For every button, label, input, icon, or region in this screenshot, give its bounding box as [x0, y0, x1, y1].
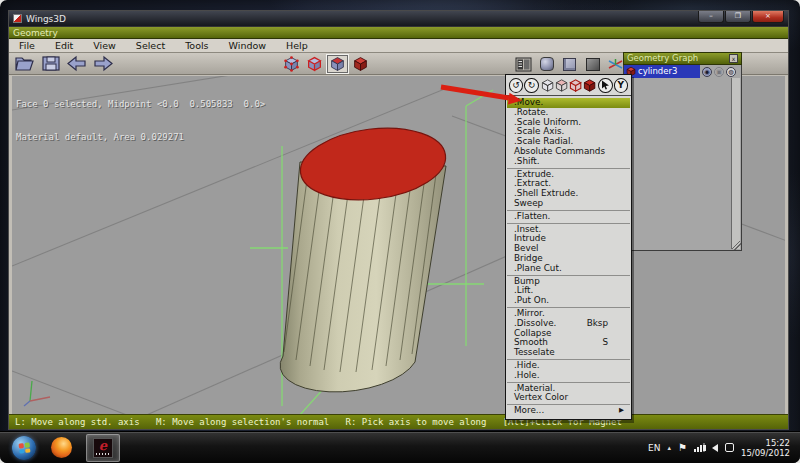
undo-icon[interactable]: [65, 54, 89, 73]
object-name-cell[interactable]: cylinder3: [624, 65, 700, 78]
menu-item-hole[interactable]: .Hole.: [507, 371, 630, 381]
windows-logo-icon: [18, 442, 30, 453]
menu-item-label: Tesselate: [514, 348, 555, 358]
menu-item-hotkey: Bksp: [587, 319, 608, 329]
menu-item-label: More...: [514, 406, 544, 416]
edge-mode-icon[interactable]: [304, 55, 325, 73]
to-edge-icon[interactable]: [555, 78, 568, 93]
cylinder-object[interactable]: [280, 120, 450, 392]
repeat-drag-icon[interactable]: ↻: [524, 78, 538, 93]
app-icon: [13, 14, 22, 23]
menu-item-hotkey: S: [602, 338, 608, 348]
firefox-taskbar-button[interactable]: [44, 434, 78, 462]
menu-select[interactable]: Select: [126, 39, 175, 52]
view-toggle-group: [513, 55, 626, 73]
desktop: Wings3D – ❐ × Geometry FileEditViewSelec…: [0, 0, 800, 463]
wireframe-cube-icon[interactable]: [559, 55, 580, 73]
geometry-graph-row[interactable]: cylinder3 ◉ ▣ ◍: [624, 65, 741, 78]
selection-mode-group: [281, 55, 371, 73]
object-toggles: ◉ ▣ ◍: [702, 67, 736, 77]
menu-file[interactable]: File: [9, 39, 45, 52]
geometry-graph-body: cylinder3 ◉ ▣ ◍: [623, 65, 742, 251]
ground-plane-icon[interactable]: [582, 55, 603, 73]
menu-item-sweep[interactable]: Sweep: [507, 199, 630, 209]
menu-item-tesselate[interactable]: Tesselate: [507, 348, 630, 358]
statusbar-hints: L: Move along std. axis M: Move along se…: [9, 414, 788, 429]
maximize-button[interactable]: ❐: [725, 11, 751, 23]
magnet-icon[interactable]: Y: [614, 78, 628, 93]
language-indicator[interactable]: EN: [648, 443, 660, 453]
menu-item-shift[interactable]: .Shift.: [507, 157, 630, 167]
selection-info-line1: Face 0 selected, Midpoint <0.0 0.505833 …: [16, 99, 265, 110]
context-menu-section: .Flatten.: [507, 211, 630, 224]
windows-taskbar: e EN ▴ ⚑ 15:22 15/09/2012: [0, 431, 800, 463]
window-controls: – ❐ ×: [697, 11, 784, 23]
power-icon[interactable]: [725, 443, 734, 452]
vertex-mode-icon[interactable]: [281, 55, 302, 73]
menu-tools[interactable]: Tools: [175, 39, 218, 52]
menu-item-vertex-color[interactable]: Vertex Color: [507, 393, 630, 403]
geometry-graph-scrollbar[interactable]: [731, 78, 740, 249]
menu-view[interactable]: View: [83, 39, 126, 52]
context-menu-header: ↺ ↻ Y: [506, 75, 631, 96]
clock[interactable]: 15:22 15/09/2012: [741, 438, 790, 458]
window-titlebar[interactable]: Wings3D – ❐ ×: [9, 11, 788, 26]
context-menu-section: Bump.Lift..Put On.: [507, 276, 630, 308]
minimize-button[interactable]: –: [698, 11, 724, 23]
lock-icon[interactable]: ▣: [714, 67, 724, 77]
menu-help[interactable]: Help: [276, 39, 318, 52]
geometry-graph-titlebar[interactable]: Geometry Graph x: [623, 52, 742, 65]
eye-icon[interactable]: ◉: [702, 67, 712, 77]
volume-icon[interactable]: [712, 444, 718, 452]
repeat-icon[interactable]: ↺: [509, 78, 523, 93]
menu-item-plane-cut[interactable]: .Plane Cut.: [507, 264, 630, 274]
axes-indicator: [24, 381, 50, 406]
menubar: FileEditViewSelectToolsWindowHelp: [9, 39, 788, 53]
hidden-icons-icon[interactable]: ▴: [668, 444, 672, 452]
wireframe-toggle-icon[interactable]: ◍: [726, 67, 736, 77]
context-menu-section: .Move..Rotate..Scale Uniform..Scale Axis…: [507, 97, 630, 169]
menu-item-label: .Hole.: [514, 371, 539, 381]
menu-item-put-on[interactable]: .Put On.: [507, 296, 630, 306]
context-menu-section: .Material.Vertex Color: [507, 383, 630, 406]
view-windows-icon[interactable]: [513, 55, 534, 73]
menu-item-label: .Flatten.: [514, 212, 550, 222]
menu-item-label: Sweep: [514, 199, 543, 209]
select-tool-icon[interactable]: [598, 78, 612, 93]
menu-window[interactable]: Window: [219, 39, 276, 52]
clock-time: 15:22: [741, 438, 790, 448]
system-tray: EN ▴ ⚑ 15:22 15/09/2012: [648, 438, 800, 458]
clock-date: 15/09/2012: [741, 448, 790, 458]
resize-grip[interactable]: [732, 241, 741, 250]
body-mode-icon[interactable]: [350, 55, 371, 73]
to-face-icon[interactable]: [569, 78, 582, 93]
firefox-icon: [51, 437, 72, 458]
context-menu-section: .Hide..Hole.: [507, 360, 630, 383]
smooth-shaded-icon[interactable]: [536, 55, 557, 73]
menu-item-flatten[interactable]: .Flatten.: [507, 212, 630, 222]
face-mode-icon[interactable]: [327, 55, 348, 73]
save-icon[interactable]: [39, 54, 63, 73]
submenu-arrow-icon: ▶: [619, 406, 624, 416]
context-menu-items: .Move..Rotate..Scale Uniform..Scale Axis…: [506, 96, 631, 419]
image-viewer-icon: e: [93, 438, 113, 458]
to-body-icon[interactable]: [583, 78, 596, 93]
menu-item-more[interactable]: More...▶: [507, 406, 630, 416]
geometry-window-titlebar[interactable]: Geometry: [9, 26, 788, 39]
selection-info-line2: Material default, Area 0.029271: [16, 132, 265, 143]
start-button[interactable]: [12, 436, 36, 460]
active-app-taskbar-button[interactable]: e: [86, 434, 120, 462]
menu-item-label: .Plane Cut.: [514, 264, 562, 274]
geometry-window-title: Geometry: [13, 28, 58, 38]
geometry-graph-close-icon[interactable]: x: [729, 54, 738, 63]
open-icon[interactable]: [13, 54, 37, 73]
to-vertex-icon[interactable]: [541, 78, 554, 93]
file-toolbar-group: [13, 54, 115, 73]
action-center-flag-icon[interactable]: ⚑: [678, 442, 687, 453]
close-button[interactable]: ×: [752, 11, 784, 23]
window-title: Wings3D: [26, 14, 66, 24]
selection-info: Face 0 selected, Midpoint <0.0 0.505833 …: [16, 77, 265, 165]
menu-edit[interactable]: Edit: [45, 39, 83, 52]
redo-icon[interactable]: [91, 54, 115, 73]
geometry-graph-title: Geometry Graph: [627, 53, 698, 64]
